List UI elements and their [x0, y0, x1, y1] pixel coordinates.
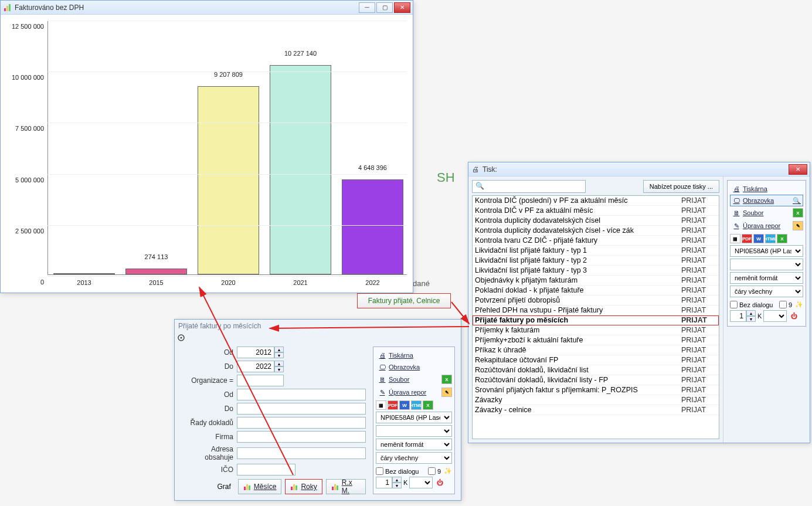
close-button[interactable]: ✕	[789, 164, 807, 175]
list-item[interactable]: Srovnání přijatých faktur s příjemkami: …	[473, 385, 719, 395]
list-item[interactable]: Rozúčtování dokladů, likvidační listy - …	[473, 375, 719, 385]
k-select[interactable]	[763, 310, 787, 322]
list-item[interactable]: Kontrola duplicity dodavatelských číselP…	[473, 216, 719, 226]
printer-select[interactable]: NPI0E58A8 (HP Lase	[376, 412, 452, 423]
copies-up[interactable]: ▲	[392, 477, 402, 483]
list-item[interactable]: Kontrola DIČ (poslední) v PF za aktuální…	[473, 196, 719, 206]
list-item[interactable]: Kontrola DIČ v PF za aktuální měsícPRIJA…	[473, 206, 719, 216]
tisk-list[interactable]: Kontrola DIČ (poslední) v PF za aktuální…	[472, 195, 719, 439]
list-item[interactable]: Rekapitulace účtování FPPRIJAT	[473, 355, 719, 365]
list-item-name: Příjemky k fakturám	[475, 326, 681, 334]
list-item[interactable]: Přijaté faktury po měsícíchPRIJAT	[473, 315, 719, 325]
copies-input[interactable]	[376, 477, 392, 488]
uprava-option[interactable]: ✎Úprava repor	[376, 386, 440, 398]
html-icon[interactable]: HTML	[411, 400, 422, 410]
pdf-icon[interactable]: PDF	[388, 400, 398, 410]
nine-check[interactable]	[428, 467, 436, 475]
power-button[interactable]: ⏻	[789, 311, 799, 321]
list-item[interactable]: Kontrola tvaru CZ DIČ - přijaté fakturyP…	[473, 236, 719, 246]
copies-input[interactable]	[730, 310, 746, 322]
wand-icon[interactable]: ✨	[444, 467, 452, 475]
search-input[interactable]	[472, 180, 586, 193]
nabidka-button[interactable]: Nabízet pouze tisky ...	[643, 180, 719, 193]
report-icon[interactable]: ✎	[441, 388, 452, 397]
list-item[interactable]: Likvidační list přijaté faktury - typ 3P…	[473, 266, 719, 276]
excel-icon[interactable]: X	[423, 400, 433, 410]
copies-down[interactable]: ▼	[746, 316, 756, 322]
html-icon[interactable]: HTML	[765, 234, 776, 243]
report-icon[interactable]: ✎	[793, 221, 803, 230]
close-button[interactable]: ✕	[394, 2, 410, 13]
tiskarna-option[interactable]: 🖨Tiskárna	[376, 349, 452, 361]
word-icon[interactable]: W	[399, 400, 410, 410]
grid-icon[interactable]: ▦	[730, 234, 740, 243]
uprava-option[interactable]: ✎Úprava repor	[730, 220, 791, 232]
list-item[interactable]: Závazky - celnicePRIJAT	[473, 405, 719, 415]
bez-dialogu-check[interactable]	[376, 467, 383, 475]
nine-check[interactable]	[779, 301, 787, 308]
adresa-input[interactable]	[237, 447, 366, 459]
od-input[interactable]	[237, 347, 274, 358]
k-select[interactable]	[409, 477, 433, 488]
do-up[interactable]: ▲	[274, 361, 284, 366]
wand-icon[interactable]: ✨	[795, 301, 803, 308]
copies-down[interactable]: ▼	[392, 483, 402, 488]
do-down[interactable]: ▼	[274, 366, 284, 372]
tisk-titlebar[interactable]: 🖨 Tisk: ✕	[468, 162, 810, 176]
list-item[interactable]: Rozúčtování dokladů, likvidační listPRIJ…	[473, 365, 719, 375]
list-item[interactable]: Potvrzení přijetí dobropisůPRIJAT	[473, 296, 719, 305]
soubor-option[interactable]: 🗎Soubor	[376, 373, 440, 385]
list-item-cat: PRIJAT	[681, 396, 716, 404]
list-item[interactable]: Likvidační list přijaté faktury - typ 1P…	[473, 246, 719, 256]
tray-select[interactable]	[730, 259, 803, 270]
org-input[interactable]	[237, 375, 284, 386]
excel-icon[interactable]: X	[777, 234, 787, 243]
od-up[interactable]: ▲	[274, 347, 284, 352]
soubor-option[interactable]: 🗎Soubor	[730, 207, 791, 219]
od2-input[interactable]	[237, 389, 366, 400]
label-firma: Firma	[181, 433, 237, 441]
list-item[interactable]: Příkaz k úhraděPRIJAT	[473, 345, 719, 355]
excel-icon[interactable]: X	[793, 208, 803, 218]
list-item[interactable]: Přehled DPH na vstupu - Přijaté fakturyP…	[473, 305, 719, 315]
list-item[interactable]: ZávazkyPRIJAT	[473, 395, 719, 405]
grid-icon[interactable]: ▦	[376, 400, 386, 410]
rxm-button[interactable]: R.x M.	[326, 479, 366, 494]
chart-titlebar[interactable]: Fakturováno bez DPH ─ ▢ ✕	[1, 1, 413, 15]
format-select[interactable]: neměnit formát	[376, 439, 452, 450]
copies-up[interactable]: ▲	[746, 310, 756, 316]
obrazovka-option[interactable]: 🖵Obrazovka🔍	[730, 195, 803, 206]
roky-button[interactable]: Roky	[285, 479, 322, 494]
rady-input[interactable]	[237, 417, 366, 429]
mesice-button[interactable]: Měsíce	[238, 479, 282, 494]
pdf-icon[interactable]: PDF	[742, 234, 752, 243]
do2-input[interactable]	[237, 403, 366, 415]
power-button[interactable]: ⏻	[434, 477, 445, 488]
list-item[interactable]: Objednávky k přijatým fakturámPRIJAT	[473, 276, 719, 286]
tiskarna-option[interactable]: 🖨Tiskárna	[730, 183, 803, 195]
format-select[interactable]: neměnit formát	[730, 272, 803, 284]
do-input[interactable]	[237, 361, 274, 372]
obrazovka-option[interactable]: 🖵Obrazovka	[376, 361, 452, 373]
minimize-button[interactable]: ─	[359, 2, 375, 13]
gear-icon[interactable]	[177, 334, 185, 342]
word-icon[interactable]: W	[753, 234, 764, 243]
list-item[interactable]: Příjemky+zboží k aktuální faktuřePRIJAT	[473, 335, 719, 345]
cary-select[interactable]: čáry všechny	[730, 286, 803, 297]
od-down[interactable]: ▼	[274, 352, 284, 358]
ico-input[interactable]	[237, 464, 295, 476]
excel-icon[interactable]: X	[441, 375, 452, 384]
find-icon[interactable]: 🔍	[793, 197, 801, 205]
faktury-prijate-button[interactable]: Faktury přijaté, Celnice	[357, 293, 451, 308]
maximize-button[interactable]: ▢	[376, 2, 393, 13]
list-item[interactable]: Likvidační list přijaté faktury - typ 2P…	[473, 256, 719, 266]
list-item[interactable]: Pokladní doklad - k přijaté faktuřePRIJA…	[473, 286, 719, 296]
bez-dialogu-check[interactable]	[730, 301, 738, 308]
cary-select[interactable]: čáry všechny	[376, 452, 452, 464]
firma-input[interactable]	[237, 431, 366, 443]
list-item[interactable]: Příjemky k fakturámPRIJAT	[473, 325, 719, 335]
list-item[interactable]: Kontrola duplicity dodavatelských čísel …	[473, 226, 719, 236]
tray-select[interactable]	[376, 425, 452, 437]
chart-area: 2013274 11320159 207 809202010 227 14020…	[1, 15, 413, 293]
printer-select[interactable]: NPI0E58A8 (HP Lase	[730, 245, 803, 257]
